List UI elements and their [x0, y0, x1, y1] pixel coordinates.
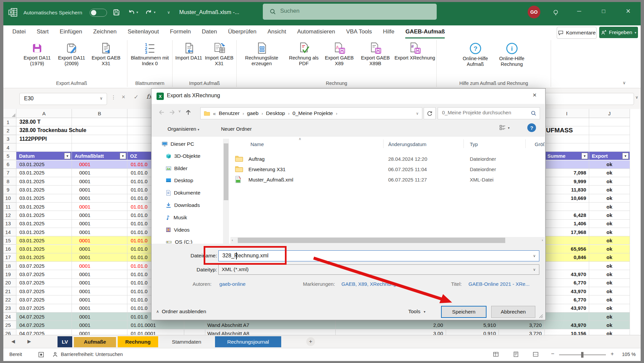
cell-B5[interactable]: Aufmaßblatt▾ — [72, 152, 127, 160]
cell-J3[interactable] — [589, 135, 630, 143]
cell-I19[interactable]: 43,970 — [545, 270, 589, 278]
cell-J24[interactable]: ok — [589, 313, 630, 321]
resize-grip[interactable] — [539, 314, 543, 319]
cell-B15[interactable]: 0001 — [72, 236, 127, 245]
tab-start[interactable]: Start — [37, 25, 49, 38]
cell-B14[interactable]: 0001 — [72, 228, 127, 236]
cell-C25[interactable]: 01.01.0001 — [127, 321, 184, 329]
ribbon-button-export-xrechnung[interactable]: #Export XRechnung — [395, 40, 435, 61]
cell-I5[interactable]: Summe▾ — [545, 152, 589, 160]
column-header-J[interactable]: J — [589, 109, 630, 118]
cell-J7[interactable]: ok — [589, 169, 630, 177]
nav-scrollbar[interactable]: ∨ — [223, 139, 229, 244]
cell-A7[interactable]: 03.01.2025 — [16, 169, 72, 177]
cell-A14[interactable]: 03.01.2025 — [16, 228, 72, 236]
sheet-tab-aufmaße[interactable]: Aufmaße — [74, 336, 116, 347]
cell-A12[interactable]: 03.01.2025 — [16, 211, 72, 219]
ribbon-button-export-da11-1979-[interactable]: Export DA11 (1979) — [20, 40, 54, 66]
add-sheet-button[interactable]: + — [306, 337, 315, 346]
cell-B4[interactable] — [72, 143, 127, 152]
cell-B22[interactable]: 0001 — [72, 295, 127, 304]
name-box-dropdown-icon[interactable]: ∨ — [100, 96, 103, 101]
accessibility-icon[interactable] — [52, 352, 58, 358]
excel-app-icon[interactable]: X — [8, 7, 18, 17]
cell-A20[interactable]: 03.07.2025 — [16, 279, 72, 287]
lightbulb-icon[interactable] — [552, 9, 560, 17]
cell-A24[interactable]: 04.07.2025 — [16, 313, 72, 321]
column-header-I[interactable]: I — [545, 109, 589, 118]
sidebar-item-dokumente[interactable]: Dokumente — [166, 190, 200, 196]
cell-J9[interactable]: ok — [589, 186, 630, 194]
recent-locations-icon[interactable]: ∨ — [178, 109, 181, 113]
organize-menu[interactable]: Organisieren ▾ — [168, 126, 199, 132]
new-folder-button[interactable]: Neuer Ordner — [221, 126, 252, 132]
cell-B17[interactable]: 0001 — [72, 253, 127, 262]
tab-gaeb-aufmaß[interactable]: GAEB-Aufmaß — [405, 25, 445, 38]
ribbon-button-export-gaeb-x31[interactable]: Export GAEB X31 — [89, 40, 123, 66]
cell-A25[interactable]: 04.07.2025 — [16, 321, 72, 329]
cell-D25[interactable] — [184, 321, 205, 329]
cell-A21[interactable]: 03.07.2025 — [16, 287, 72, 295]
breadcrumb-item-gaeb[interactable]: gaeb — [247, 110, 258, 116]
filetype-select[interactable]: XML (*.xml) ∨ — [218, 264, 539, 275]
horizontal-scrollbar[interactable]: ‹ › — [230, 237, 545, 244]
cell-J16[interactable]: ok — [589, 245, 630, 253]
column-divider[interactable] — [525, 139, 526, 148]
ribbon-button-import-da11[interactable]: Import DA11 — [174, 40, 204, 61]
cell-F25[interactable]: 2,00 — [336, 321, 446, 329]
column-header-B[interactable]: B — [72, 109, 127, 118]
autosave-toggle[interactable] — [90, 9, 107, 17]
cell-A8[interactable]: 03.01.2025 — [16, 177, 72, 186]
cell-I16[interactable]: 65,956 — [545, 245, 589, 253]
tab-datei[interactable]: Datei — [12, 25, 26, 38]
sidebar-item-musik[interactable]: Musik — [166, 215, 187, 221]
sidebar-item-videos[interactable]: Videos — [166, 227, 190, 233]
undo-dropdown-icon[interactable]: ▾ — [136, 10, 138, 14]
cell-A6[interactable]: 03.01.2025 — [16, 160, 72, 169]
cell-B23[interactable]: 0001 — [72, 304, 127, 313]
up-icon[interactable] — [184, 108, 192, 116]
cell-B7[interactable]: 0001 — [72, 169, 127, 177]
redo-icon[interactable] — [145, 9, 152, 16]
filename-dropdown-icon[interactable]: ∨ — [533, 254, 536, 258]
cell-J25[interactable]: ok — [589, 321, 630, 329]
horizontal-scrollbar-thumb[interactable] — [238, 238, 505, 243]
sheet-nav-right-icon[interactable]: ▶ — [27, 339, 31, 344]
cell-I14[interactable]: 17,968 — [545, 228, 589, 236]
save-button[interactable]: Speichern — [441, 306, 487, 318]
filter-dropdown-icon[interactable]: ▾ — [581, 153, 588, 159]
tags-value[interactable]: GAEB, X89, XRechnung — [341, 281, 396, 287]
view-mode-button[interactable]: ▾ — [499, 125, 510, 131]
ribbon-button-online-hilfe-rechnung[interactable]: iOnline-Hilfe Rechnung — [494, 40, 530, 67]
accessibility-status[interactable]: Barrierefreiheit: Untersuchen — [61, 352, 123, 357]
cell-A5[interactable]: Datum▾ — [16, 152, 72, 160]
cell-I1[interactable] — [545, 118, 589, 126]
column-header-modified[interactable]: Änderungsdatum — [388, 141, 426, 147]
cell-I11[interactable] — [545, 203, 589, 211]
cell-J2[interactable] — [589, 126, 630, 135]
dialog-search-box[interactable] — [438, 107, 540, 119]
ribbon-button-online-hilfe-aufmaß[interactable]: ?Online-Hilfe Aufmaß — [457, 40, 494, 67]
cell-B8[interactable]: 0001 — [72, 177, 127, 186]
ribbon-button-export-gaeb-x89[interactable]: AExport GAEB X89 — [322, 40, 356, 66]
breadcrumb-item-desktop[interactable]: Desktop — [266, 110, 285, 116]
quick-access-dropdown-icon[interactable]: ∨ — [167, 10, 170, 15]
cell-B13[interactable]: 0001 — [72, 220, 127, 228]
cell-B18[interactable]: 0001 — [72, 262, 127, 270]
zoom-level[interactable]: 105 % — [622, 352, 636, 357]
column-header-type[interactable]: Typ — [470, 141, 478, 147]
sheet-tab-lv[interactable]: LV — [58, 336, 72, 347]
dialog-search-input[interactable] — [441, 109, 526, 116]
sheet-tab-stammdaten[interactable]: Stammdaten — [160, 336, 213, 347]
cell-B24[interactable]: 0001 — [72, 313, 127, 321]
cell-B10[interactable]: 0001 — [72, 194, 127, 203]
cell-I18[interactable] — [545, 262, 589, 270]
ribbon-button-export-da11-2009-[interactable]: Export DA11 (2009) — [54, 40, 89, 66]
scroll-left-icon[interactable]: ‹ — [232, 238, 233, 242]
file-row-erweiterung-x31[interactable]: Erweiterung X3106.07.2025 11:04Dateiordn… — [235, 164, 543, 174]
tab-vba-tools[interactable]: VBA Tools — [346, 25, 372, 38]
forward-icon[interactable] — [168, 108, 176, 116]
column-header-name[interactable]: Name — [250, 141, 264, 147]
cell-A9[interactable]: 03.01.2025 — [16, 186, 72, 194]
file-row-auftrag[interactable]: Auftrag28.04.2024 12:20Dateiordner — [235, 154, 543, 163]
